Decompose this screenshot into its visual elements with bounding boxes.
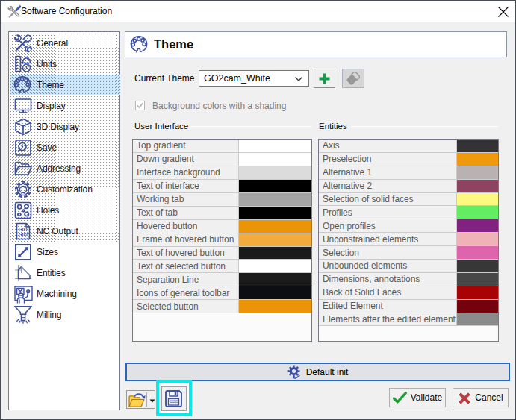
svg-text:G02: G02 [19, 232, 28, 237]
svg-text:G01: G01 [19, 227, 28, 232]
